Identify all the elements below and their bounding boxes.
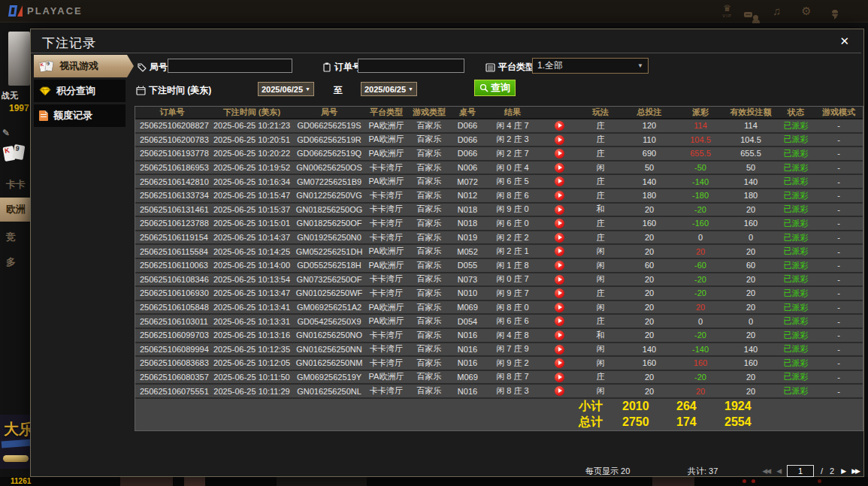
cell-result: 闲 0 庄 7	[485, 273, 540, 287]
replay-button[interactable]	[555, 373, 564, 382]
cell-valid-bet: 20	[724, 300, 777, 315]
cell-platform: 卡卡湾厅	[364, 231, 409, 245]
date-to-picker[interactable]: 2025/06/25▼	[361, 82, 417, 96]
cell-replay	[540, 133, 579, 147]
replay-button[interactable]	[555, 163, 564, 173]
cell-status: 已派彩	[777, 343, 815, 357]
cell-replay	[540, 328, 579, 343]
replay-button[interactable]	[555, 233, 564, 243]
page-number-input[interactable]	[787, 465, 814, 477]
cell-round-number: GD0662562519S	[295, 119, 364, 133]
replay-button[interactable]	[555, 121, 564, 131]
cell-wager-type: 庄	[579, 174, 622, 189]
cell-game-mode: -	[815, 146, 863, 161]
chat-icon[interactable]: •••	[832, 5, 838, 17]
cell-game-type: 百家乐	[409, 174, 449, 189]
avatar[interactable]	[8, 32, 30, 86]
cell-order-number: 250625106105848	[135, 300, 209, 315]
cell-payout: 114	[676, 119, 724, 133]
platform-type-value: 1.全部	[537, 59, 563, 72]
chevron-down-icon: ▼	[637, 62, 643, 69]
table-row: 250625106193778 2025-06-25 10:20:22 GD06…	[135, 146, 863, 161]
vip-icon[interactable]: ♛VIP	[722, 4, 732, 18]
cell-valid-bet: 0	[724, 231, 777, 245]
cell-payout: -20	[676, 273, 724, 287]
column-header: 游戏类型	[409, 107, 449, 119]
next-page-button[interactable]: ▶	[841, 467, 845, 475]
music-icon[interactable]: ♫	[773, 5, 781, 17]
cell-status: 已派彩	[777, 370, 815, 385]
cell-replay	[540, 300, 579, 315]
cell-wager-type: 庄	[579, 314, 622, 328]
replay-button[interactable]	[555, 261, 564, 270]
tab-credit-records[interactable]: 额度记录	[34, 104, 126, 127]
subtotal-bet: 2010	[622, 398, 676, 415]
round-number-input[interactable]	[168, 59, 292, 73]
replay-button[interactable]	[555, 205, 564, 215]
lobby-hall-jing[interactable]: 竞	[0, 228, 30, 247]
cell-round-number: GN073256250OF	[295, 273, 364, 287]
search-button[interactable]: 查询	[474, 80, 516, 96]
cell-replay	[540, 216, 579, 231]
cell-round-number: GM072256251B9	[295, 174, 364, 189]
replay-button[interactable]	[555, 135, 564, 145]
cell-order-number: 250625106080357	[135, 370, 209, 385]
replay-button[interactable]	[555, 345, 564, 355]
replay-button[interactable]	[555, 149, 564, 158]
replay-button[interactable]	[555, 316, 564, 326]
cell-valid-bet: 0	[724, 314, 777, 328]
cell-payout: -20	[676, 286, 724, 300]
replay-button[interactable]	[555, 219, 564, 228]
tab-points-query[interactable]: 积分查询	[34, 80, 126, 102]
edit-icon[interactable]: ✎	[2, 128, 10, 138]
cell-bet-time: 2025-06-25 10:19:52	[209, 161, 295, 175]
replay-button[interactable]	[555, 288, 564, 298]
settings-gear-icon[interactable]: ⚙	[801, 5, 811, 17]
background-chip	[818, 479, 821, 483]
platform-type-select[interactable]: 1.全部 ▼	[532, 58, 649, 74]
cell-payout: 0	[676, 231, 724, 245]
bet-records-table: 订单号下注时间 (美东)局号平台类型游戏类型桌号结果玩法总投注派彩有效投注额状态…	[135, 106, 863, 431]
replay-button[interactable]	[555, 177, 564, 186]
cell-wager-type: 闲	[579, 161, 622, 175]
first-page-button[interactable]: ◀◀	[762, 467, 770, 475]
order-number-input[interactable]	[358, 59, 464, 73]
cell-valid-bet: 20	[724, 286, 777, 300]
total-pages-text: 2	[830, 466, 834, 475]
lobby-hall-europe-active[interactable]: 欧洲	[0, 198, 30, 222]
replay-button[interactable]	[555, 386, 564, 396]
cell-table-number: M069	[449, 370, 485, 385]
replay-button[interactable]	[555, 358, 564, 368]
cell-status: 已派彩	[777, 216, 815, 231]
tab-label: 视讯游戏	[59, 59, 98, 73]
close-icon[interactable]: ✕	[836, 33, 852, 50]
replay-button[interactable]	[555, 303, 564, 312]
cell-game-mode: -	[815, 119, 863, 133]
date-from-picker[interactable]: 2025/06/25▼	[258, 82, 314, 96]
replay-button[interactable]	[555, 246, 564, 256]
promo-banner[interactable]: 大乐	[0, 415, 30, 469]
cell-replay	[540, 174, 579, 189]
replay-button[interactable]	[555, 331, 564, 340]
cell-result: 闲 8 庄 0	[485, 300, 540, 315]
cell-game-mode: -	[815, 384, 863, 398]
cell-game-mode: -	[815, 300, 863, 315]
lobby-hall-kaka[interactable]: 卡卡	[0, 175, 30, 195]
table-row: 250625106186953 2025-06-25 10:19:52 GN00…	[135, 161, 863, 175]
prev-page-button[interactable]: ◀	[776, 467, 780, 475]
cell-wager-type: 闲	[579, 300, 622, 315]
playace-logo[interactable]: PLAYACE	[9, 5, 83, 17]
background-chip	[742, 479, 746, 483]
lobby-hall-duo[interactable]: 多	[0, 252, 30, 272]
filter-bar: 局号 订单号 平台类型 1.全部 ▼ 下注时间 (美东	[135, 54, 863, 106]
bet-records-modal: 下注记录 ✕ 视讯游戏 积分查询 额度记录	[30, 29, 864, 477]
table-row: 250625106131461 2025-06-25 10:15:37 GN01…	[135, 203, 863, 217]
tab-video-games[interactable]: 视讯游戏	[34, 55, 134, 77]
cell-platform: PA欧洲厅	[364, 258, 409, 273]
cell-game-type: 百家乐	[409, 356, 449, 370]
cell-bet-time: 2025-06-25 10:14:00	[209, 258, 295, 273]
last-page-button[interactable]: ▶▶	[851, 467, 859, 475]
replay-button[interactable]	[555, 191, 564, 201]
cell-payout: -20	[676, 328, 724, 343]
replay-button[interactable]	[555, 275, 564, 285]
